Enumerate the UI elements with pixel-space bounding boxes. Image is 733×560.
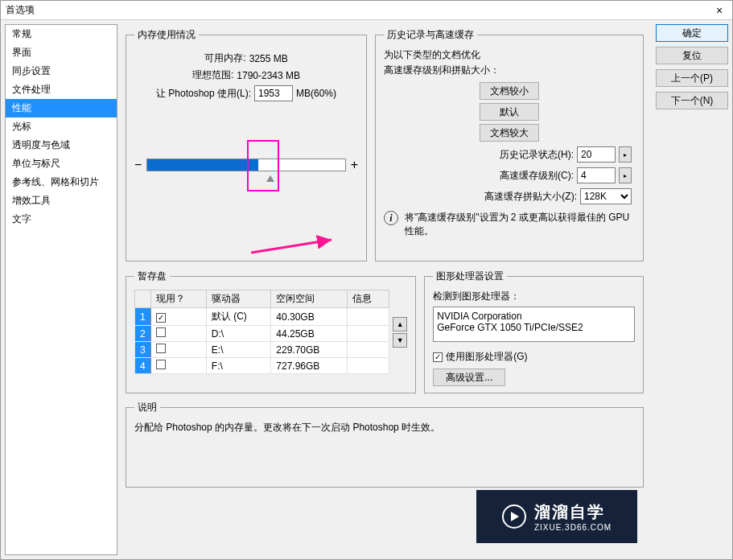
memory-minus[interactable]: − xyxy=(134,158,142,172)
use-label: 让 Photoshop 使用(L): xyxy=(156,87,251,101)
col-drive: 驱动器 xyxy=(206,290,270,308)
memory-input[interactable] xyxy=(254,85,293,101)
gpu-legend: 图形处理器设置 xyxy=(433,270,507,283)
cache-level-stepper[interactable]: ▸ xyxy=(619,167,632,183)
col-info: 信息 xyxy=(347,290,389,308)
checkbox-icon[interactable] xyxy=(156,327,166,337)
doc-large-button[interactable]: 文档较大 xyxy=(480,124,539,142)
gpu-group: 图形处理器设置 检测到图形处理器： NVIDIA Corporation GeF… xyxy=(424,270,644,393)
memory-slider-row: − + xyxy=(134,158,358,172)
memory-plus[interactable]: + xyxy=(351,158,358,172)
cache-level-label: 高速缓存级别(C): xyxy=(500,169,574,183)
checkbox-icon[interactable] xyxy=(156,360,166,369)
checkbox-icon[interactable] xyxy=(156,344,166,353)
table-row[interactable]: 2 D:\ 44.25GB xyxy=(135,326,389,342)
gpu-model: GeForce GTX 1050 Ti/PCIe/SSE2 xyxy=(437,322,631,333)
watermark-url: ZIXUE.3D66.COM xyxy=(534,523,612,532)
scratch-legend: 暂存盘 xyxy=(134,270,170,283)
memory-legend: 内存使用情况 xyxy=(134,28,199,42)
table-row[interactable]: 1 ✓ 默认 (C) 40.30GB xyxy=(135,308,389,326)
sidebar-item-guides[interactable]: 参考线、网格和切片 xyxy=(6,173,117,191)
cache-info-row: i 将"高速缓存级别"设置为 2 或更高以获得最佳的 GPU 性能。 xyxy=(384,211,635,238)
use-gpu-row[interactable]: ✓ 使用图形处理器(G) xyxy=(433,350,635,364)
top-row: 内存使用情况 可用内存: 3255 MB 理想范围: 1790-2343 MB … xyxy=(121,24,648,266)
history-states-label: 历史记录状态(H): xyxy=(500,148,574,162)
table-row[interactable]: 4 F:\ 727.96GB xyxy=(135,358,389,374)
table-row[interactable]: 3 E:\ 229.70GB xyxy=(135,342,389,358)
action-buttons: 确定 复位 上一个(P) 下一个(N) xyxy=(652,20,732,559)
reset-button[interactable]: 复位 xyxy=(656,47,728,64)
history-states-input[interactable] xyxy=(577,146,616,163)
move-up-button[interactable]: ▲ xyxy=(393,317,407,331)
ideal-value: 1790-2343 MB xyxy=(237,70,300,81)
use-row: 让 Photoshop 使用(L): MB(60%) xyxy=(134,85,358,101)
main-panel: 内存使用情况 可用内存: 3255 MB 理想范围: 1790-2343 MB … xyxy=(117,20,652,559)
use-suffix: MB(60%) xyxy=(296,88,336,99)
play-icon xyxy=(502,504,526,529)
sidebar-item-filehandling[interactable]: 文件处理 xyxy=(6,80,117,99)
sidebar: 常规 界面 同步设置 文件处理 性能 光标 透明度与色域 单位与标尺 参考线、网… xyxy=(5,24,117,555)
memory-slider[interactable] xyxy=(146,159,345,171)
close-icon[interactable]: × xyxy=(711,3,727,18)
gpu-vendor: NVIDIA Corporation xyxy=(437,311,631,322)
sidebar-item-performance[interactable]: 性能 xyxy=(6,99,117,117)
avail-row: 可用内存: 3255 MB xyxy=(134,51,358,65)
memory-slider-thumb-icon[interactable] xyxy=(266,175,274,182)
scratch-header-row: 现用？ 驱动器 空闲空间 信息 xyxy=(135,290,389,308)
col-free: 空闲空间 xyxy=(271,290,348,308)
gpu-detected-label: 检测到图形处理器： xyxy=(433,290,635,303)
cache-level-input[interactable] xyxy=(577,167,616,183)
prev-button[interactable]: 上一个(P) xyxy=(656,69,728,87)
next-button[interactable]: 下一个(N) xyxy=(656,92,728,109)
sidebar-item-sync[interactable]: 同步设置 xyxy=(6,62,117,80)
history-group: 历史记录与高速缓存 为以下类型的文档优化 高速缓存级别和拼贴大小： 文档较小 默… xyxy=(375,28,644,261)
window-title: 首选项 xyxy=(6,3,35,17)
sidebar-item-interface[interactable]: 界面 xyxy=(6,43,117,62)
memory-slider-fill xyxy=(147,159,257,171)
desc-text: 分配给 Photoshop 的内存量。更改将在下一次启动 Photoshop 时… xyxy=(134,421,635,434)
avail-value: 3255 MB xyxy=(249,53,288,64)
svg-line-0 xyxy=(251,240,331,253)
tile-size-row: 高速缓存拼贴大小(Z): 128K xyxy=(384,188,635,204)
watermark-title: 溜溜自学 xyxy=(534,501,612,523)
doc-default-button[interactable]: 默认 xyxy=(480,103,539,121)
sidebar-item-general[interactable]: 常规 xyxy=(6,25,117,43)
avail-label: 可用内存: xyxy=(204,51,245,65)
scratch-reorder: ▲ ▼ xyxy=(393,317,407,348)
history-states-stepper[interactable]: ▸ xyxy=(619,146,632,163)
cache-level-row: 高速缓存级别(C): ▸ xyxy=(384,167,635,183)
gpu-info-box: NVIDIA Corporation GeForce GTX 1050 Ti/P… xyxy=(433,307,635,342)
ok-button[interactable]: 确定 xyxy=(656,24,728,42)
watermark: 溜溜自学 ZIXUE.3D66.COM xyxy=(476,490,637,543)
sidebar-item-cursors[interactable]: 光标 xyxy=(6,117,117,136)
gpu-advanced-button[interactable]: 高级设置... xyxy=(433,369,505,386)
desc-legend: 说明 xyxy=(134,401,160,414)
doc-size-buttons: 文档较小 默认 文档较大 xyxy=(384,82,635,142)
use-gpu-checkbox[interactable]: ✓ xyxy=(433,352,443,362)
history-legend: 历史记录与高速缓存 xyxy=(384,28,477,42)
ideal-label: 理想范围: xyxy=(192,68,233,82)
info-icon: i xyxy=(384,211,398,225)
opt-title: 为以下类型的文档优化 xyxy=(384,48,635,62)
checkbox-icon[interactable]: ✓ xyxy=(156,313,166,323)
sidebar-item-plugins[interactable]: 增效工具 xyxy=(6,191,117,210)
content: 常规 界面 同步设置 文件处理 性能 光标 透明度与色域 单位与标尺 参考线、网… xyxy=(1,20,732,559)
col-active: 现用？ xyxy=(150,290,206,308)
sidebar-item-units[interactable]: 单位与标尺 xyxy=(6,154,117,173)
scratch-table: 现用？ 驱动器 空闲空间 信息 1 ✓ 默认 (C) xyxy=(134,290,389,374)
titlebar: 首选项 × xyxy=(1,1,732,20)
sidebar-item-transparency[interactable]: 透明度与色域 xyxy=(6,136,117,154)
history-states-row: 历史记录状态(H): ▸ xyxy=(384,146,635,163)
use-gpu-label: 使用图形处理器(G) xyxy=(446,350,527,364)
doc-small-button[interactable]: 文档较小 xyxy=(480,82,539,100)
preferences-window: 首选项 × 常规 界面 同步设置 文件处理 性能 光标 透明度与色域 单位与标尺… xyxy=(0,0,733,560)
sidebar-item-type[interactable]: 文字 xyxy=(6,210,117,229)
tile-size-combo[interactable]: 128K xyxy=(580,188,632,204)
move-down-button[interactable]: ▼ xyxy=(393,333,407,348)
memory-group: 内存使用情况 可用内存: 3255 MB 理想范围: 1790-2343 MB … xyxy=(126,28,367,261)
opt-sub: 高速缓存级别和拼贴大小： xyxy=(384,64,635,77)
ideal-row: 理想范围: 1790-2343 MB xyxy=(134,68,358,82)
scratch-group: 暂存盘 现用？ 驱动器 空闲空间 信息 xyxy=(126,270,416,393)
desc-group: 说明 分配给 Photoshop 的内存量。更改将在下一次启动 Photosho… xyxy=(126,401,644,488)
cache-info-text: 将"高速缓存级别"设置为 2 或更高以获得最佳的 GPU 性能。 xyxy=(405,211,635,238)
